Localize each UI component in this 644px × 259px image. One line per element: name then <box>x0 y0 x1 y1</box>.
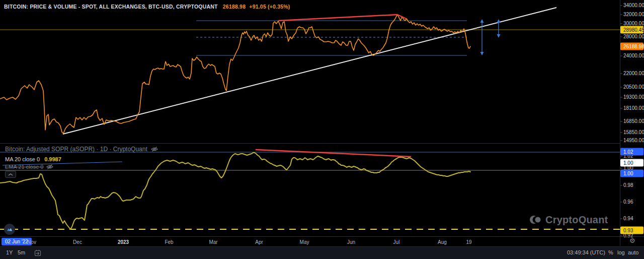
ema21-label: EMA 21 close 0 <box>5 164 43 170</box>
axis-tick: 14950.00 <box>623 138 644 143</box>
axis-tick: 16850.00 <box>623 118 644 124</box>
axis-tick: 22000.00 <box>623 71 644 76</box>
axis-tick: 19300.00 <box>623 94 644 100</box>
time-axis-label: Feb <box>165 239 173 245</box>
axis-tick: 32000.00 <box>623 12 644 17</box>
time-axis-label: May <box>300 239 309 245</box>
auto-scale-button[interactable]: auto <box>628 249 638 255</box>
range-1y-button[interactable]: 1Y <box>6 249 13 255</box>
interval-5m-button[interactable]: 5m <box>18 249 25 255</box>
axis-tick: 18100.00 <box>623 105 644 111</box>
axis-tick: 15850.00 <box>623 130 644 135</box>
chart-logo-icon <box>4 224 15 235</box>
axis-tick: 0.94 <box>623 216 633 221</box>
ma20-label: MA 20 close 0 <box>5 156 40 162</box>
clock-utc: 03:49:34 (UTC) <box>567 249 605 255</box>
time-axis-label: Dec <box>73 239 82 245</box>
axis-value-badge: 28980.45 <box>620 26 643 34</box>
visibility-off-icon[interactable] <box>151 146 158 152</box>
chevron-up-icon <box>8 173 13 176</box>
axis-tick: 34000.00 <box>623 3 644 8</box>
ema21-legend-row: EMA 21 close 0 <box>5 164 158 170</box>
collapse-pane-button[interactable] <box>5 171 16 178</box>
axis-tick: 0.96 <box>623 199 633 205</box>
time-axis-label: Jun <box>347 239 355 245</box>
time-axis-label: Nov <box>27 239 36 245</box>
axis-tick: 30000.00 <box>623 21 644 26</box>
time-axis[interactable]: 02 Jun '22 NovDec2023FebMarAprMayJunJulA… <box>0 237 620 246</box>
axis-value-badge: 26188.98 <box>620 43 643 50</box>
axis-separator <box>620 0 620 246</box>
price-pane-legend: BITCOIN: PRICE & VOLUME - SPOT, ALL EXCH… <box>4 4 290 10</box>
calendar-icon <box>34 249 41 256</box>
axis-tick: 0.98 <box>623 182 633 188</box>
percent-scale-button[interactable]: % <box>608 249 613 255</box>
time-axis-label: Apr <box>255 239 263 245</box>
charting-app: CryptoQuant BITCOIN: PRICE & VOLUME - SP… <box>0 0 644 259</box>
go-to-date-button[interactable] <box>34 249 41 257</box>
time-axis-label: Jul <box>393 239 400 245</box>
axis-tick: 20500.00 <box>623 84 644 90</box>
gear-icon[interactable]: ⚙ <box>629 237 635 244</box>
log-scale-button[interactable]: log <box>617 249 625 255</box>
price-change-value: +91.05 (+0.35%) <box>249 4 290 10</box>
bottom-toolbar: 1Y 5m 03:49:34 (UTC) % log auto <box>0 246 644 259</box>
price-pane-title: BITCOIN: PRICE & VOLUME - SPOT, ALL EXCH… <box>4 4 218 10</box>
ma20-value: 0.9987 <box>44 156 61 162</box>
sopr-pane-legend: Bitcoin: Adjusted SOPR (aSOPR) · 1D · Cr… <box>5 146 158 170</box>
axis-tick: 28000.00 <box>623 34 644 39</box>
visibility-off-icon[interactable] <box>46 164 53 170</box>
ma20-legend-row: MA 20 close 0 0.9987 <box>5 156 158 162</box>
axis-value-badge: 1.02 <box>620 148 643 156</box>
sopr-title: Bitcoin: Adjusted SOPR (aSOPR) · 1D · Cr… <box>5 146 147 153</box>
last-price-value: 26188.98 <box>223 4 246 10</box>
axis-value-badge: 0.93 <box>620 227 643 234</box>
price-pane-canvas[interactable] <box>0 0 620 143</box>
time-axis-separator <box>0 236 644 237</box>
time-axis-label: 19 <box>466 239 471 245</box>
price-axis[interactable]: 34000.0032000.0030000.0028000.0024000.00… <box>620 0 644 237</box>
time-axis-label: 2023 <box>118 239 129 245</box>
axis-tick: 24000.00 <box>623 53 644 58</box>
time-axis-label: Aug <box>438 239 447 245</box>
axis-value-badge: 1.00 <box>620 159 643 167</box>
axis-value-badge: 1.00 <box>620 170 643 177</box>
time-axis-label: Mar <box>209 239 217 245</box>
